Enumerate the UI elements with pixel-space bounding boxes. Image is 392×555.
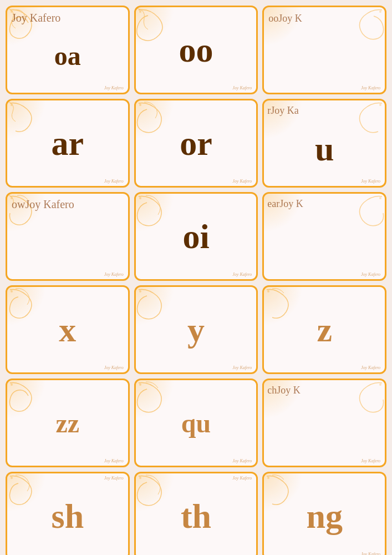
card-z: z Joy Kafero bbox=[262, 285, 386, 374]
card-main-text-y: y bbox=[187, 310, 205, 350]
card-main-text-oa: oa bbox=[54, 41, 81, 71]
card-main-text-or: or bbox=[180, 124, 212, 163]
watermark-th-top: Joy Kafero bbox=[232, 476, 252, 481]
watermark-ear: Joy Kafero bbox=[361, 272, 380, 277]
card-main-text-qu: qu bbox=[181, 408, 211, 438]
card-ow: owJoy Kafero Joy Kafero bbox=[6, 192, 130, 281]
watermark-ch: Joy Kafero bbox=[361, 458, 380, 463]
svg-point-5 bbox=[379, 104, 381, 106]
svg-point-2 bbox=[379, 11, 381, 13]
watermark-ar: Joy Kafero bbox=[104, 179, 124, 184]
card-main-text-sh: sh bbox=[52, 497, 84, 536]
card-ch: chJoy K Joy Kafero bbox=[262, 379, 386, 467]
svg-point-10 bbox=[139, 290, 141, 292]
card-grid: Joy Kafero oa Joy Kafero oo Joy Kafero o… bbox=[6, 6, 386, 555]
watermark-x: Joy Kafero bbox=[104, 365, 124, 370]
script-text-ch: chJoy K bbox=[267, 385, 301, 396]
card-main-text-ng: ng bbox=[306, 497, 342, 536]
svg-point-11 bbox=[267, 290, 269, 292]
card-or: or Joy Kafero bbox=[134, 99, 258, 188]
card-qu: qu Joy Kafero bbox=[134, 379, 258, 467]
card-main-text-z: z bbox=[317, 310, 332, 350]
svg-point-8 bbox=[379, 197, 381, 199]
svg-point-3 bbox=[11, 104, 13, 106]
card-oo1: oo Joy Kafero bbox=[134, 6, 258, 94]
card-th: Joy Kafero th bbox=[134, 472, 258, 555]
card-ar: ar Joy Kafero bbox=[6, 99, 130, 188]
svg-point-7 bbox=[139, 197, 141, 199]
card-oa: Joy Kafero oa Joy Kafero bbox=[6, 6, 130, 94]
card-main-text-ar: ar bbox=[52, 124, 84, 163]
watermark-z: Joy Kafero bbox=[361, 365, 380, 370]
svg-point-15 bbox=[11, 477, 13, 479]
card-y: y Joy Kafero bbox=[134, 285, 258, 374]
svg-point-9 bbox=[11, 290, 13, 292]
script-text-u: rJoy Ka bbox=[267, 105, 299, 117]
watermark-oi: Joy Kafero bbox=[232, 272, 252, 277]
script-text-oo2: ooJoy K bbox=[268, 13, 302, 24]
watermark-ow: Joy Kafero bbox=[104, 272, 124, 277]
svg-point-17 bbox=[267, 477, 269, 479]
svg-point-14 bbox=[379, 384, 381, 386]
svg-point-12 bbox=[11, 384, 13, 386]
card-oo2: ooJoy K Joy Kafero bbox=[262, 6, 386, 94]
watermark-ng: Joy Kafero bbox=[361, 552, 380, 555]
watermark-or: Joy Kafero bbox=[232, 179, 252, 184]
card-sh: Joy Kafero sh bbox=[6, 472, 130, 555]
watermark-qu: Joy Kafero bbox=[232, 458, 252, 463]
watermark-sh-top: Joy Kafero bbox=[104, 476, 124, 481]
watermark-oa: Joy Kafero bbox=[104, 85, 124, 90]
card-main-text-zz: zz bbox=[56, 408, 80, 438]
card-main-text-x: x bbox=[59, 310, 76, 350]
card-main-text-th: th bbox=[181, 497, 211, 536]
svg-point-16 bbox=[139, 477, 141, 479]
svg-point-0 bbox=[11, 11, 13, 13]
card-oi: oi Joy Kafero bbox=[134, 192, 258, 281]
svg-point-4 bbox=[139, 104, 141, 106]
script-text-ear: earJoy K bbox=[267, 198, 303, 210]
svg-point-6 bbox=[11, 197, 13, 199]
card-zz: zz Joy Kafero bbox=[6, 379, 130, 467]
card-ear: earJoy K Joy Kafero bbox=[262, 192, 386, 281]
watermark-oo2: Joy Kafero bbox=[361, 85, 380, 90]
svg-point-1 bbox=[139, 11, 141, 13]
svg-point-13 bbox=[139, 384, 141, 386]
watermark-y: Joy Kafero bbox=[232, 365, 252, 370]
card-u: rJoy Ka u Joy Kafero bbox=[262, 99, 386, 188]
watermark-oo1: Joy Kafero bbox=[232, 85, 252, 90]
card-ng: ng Joy Kafero bbox=[262, 472, 386, 555]
card-x: x Joy Kafero bbox=[6, 285, 130, 374]
watermark-zz: Joy Kafero bbox=[104, 458, 124, 463]
card-main-text-oi: oi bbox=[182, 217, 209, 256]
card-main-text-u: u bbox=[315, 129, 334, 169]
card-main-text-oo1: oo bbox=[179, 31, 213, 70]
watermark-u: Joy Kafero bbox=[361, 179, 380, 184]
